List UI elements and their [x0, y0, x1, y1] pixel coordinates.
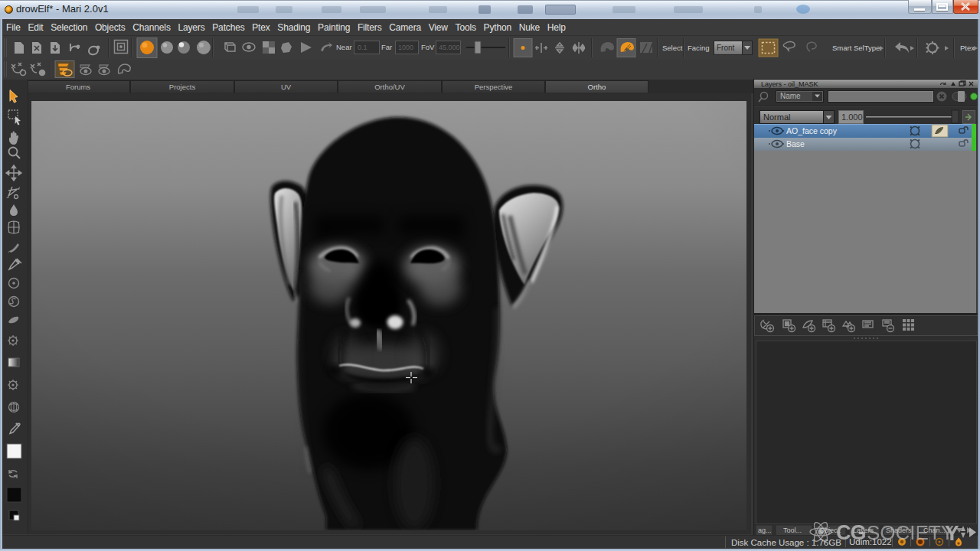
svg-text:CG: CG: [836, 521, 866, 544]
svg-text:Y: Y: [945, 521, 959, 545]
svg-text:ag...: ag...: [758, 527, 772, 534]
svg-text:Base: Base: [786, 139, 805, 148]
svg-text:0.1: 0.1: [358, 44, 368, 51]
svg-text:FoV: FoV: [421, 43, 435, 51]
svg-text:Far: Far: [381, 43, 392, 51]
svg-text:Facing: Facing: [688, 44, 710, 52]
svg-text:Normal: Normal: [763, 112, 790, 122]
svg-text:Smart SelType:: Smart SelType:: [832, 44, 882, 52]
svg-text:SOCIETY: SOCIETY: [867, 521, 954, 544]
svg-text:Ptex: Ptex: [960, 44, 975, 52]
svg-text:45.000: 45.000: [439, 44, 460, 51]
svg-text:Front: Front: [717, 44, 735, 52]
svg-text:1000: 1000: [398, 44, 413, 51]
svg-text:Layers - oil_MASK: Layers - oil_MASK: [761, 80, 818, 88]
svg-text:Select: Select: [662, 44, 683, 52]
svg-text:Name: Name: [780, 92, 801, 100]
svg-text:1.000: 1.000: [841, 112, 863, 122]
svg-text:AO_face copy: AO_face copy: [786, 126, 838, 135]
svg-text:Near: Near: [336, 43, 352, 51]
svg-text:Tool...: Tool...: [783, 527, 802, 534]
